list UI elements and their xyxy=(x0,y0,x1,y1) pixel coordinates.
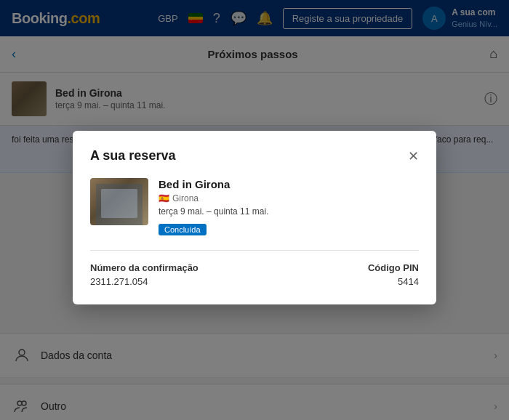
confirmation-number: 2311.271.054 xyxy=(90,276,199,287)
pin-label: Código PIN xyxy=(368,262,419,273)
pin-number: 5414 xyxy=(368,276,419,287)
modal-close-button[interactable]: ✕ xyxy=(408,150,419,163)
confirmation-left: Número da confirmação 2311.271.054 xyxy=(90,262,199,287)
status-badge: Concluída xyxy=(159,224,207,235)
modal-title: A sua reserva xyxy=(90,148,175,163)
modal-hotel-details: Bed in Girona 🇪🇸 Girona terça 9 mai. – q… xyxy=(159,178,268,235)
confirmation-label: Número da confirmação xyxy=(90,262,199,273)
modal-divider xyxy=(90,250,419,251)
modal-hotel-name: Bed in Girona xyxy=(159,178,268,190)
modal-location: 🇪🇸 Girona xyxy=(159,193,268,203)
confirmation-section: Número da confirmação 2311.271.054 Códig… xyxy=(90,262,419,287)
spain-flag: 🇪🇸 xyxy=(159,193,169,203)
modal-dates: terça 9 mai. – quinta 11 mai. xyxy=(159,206,268,217)
modal-header: A sua reserva ✕ xyxy=(90,148,419,163)
modal-hotel-thumbnail xyxy=(90,178,148,225)
modal-hotel-info: Bed in Girona 🇪🇸 Girona terça 9 mai. – q… xyxy=(90,178,419,235)
reservation-modal: A sua reserva ✕ Bed in Girona 🇪🇸 Girona … xyxy=(73,131,436,304)
pin-right: Código PIN 5414 xyxy=(368,262,419,287)
page-wrapper: Booking.com GBP ? 💬 🔔 Registe a sua prop… xyxy=(0,0,509,420)
